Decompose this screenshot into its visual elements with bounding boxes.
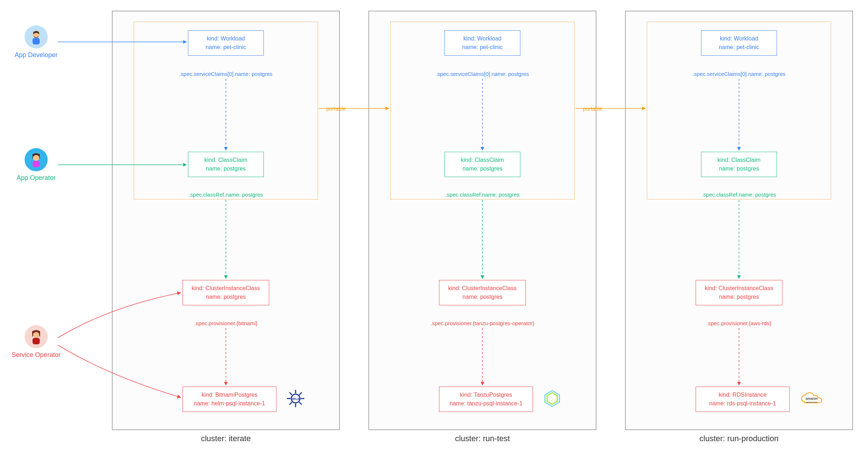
provisioner-run-test: .spec.provisioner.{tanzu-postgres-operat… bbox=[417, 320, 547, 326]
svg-line-11 bbox=[289, 392, 292, 395]
persona-app-operator: App Operator bbox=[11, 148, 61, 182]
workload-node-run-production: kind: Workload name: pet-clinic bbox=[701, 30, 777, 56]
instance-name: name: helm-psql-instance-1 bbox=[187, 399, 272, 408]
instance-node-iterate: kind: BitnamiPostgres name: helm-psql-in… bbox=[182, 387, 276, 412]
class-node-run-test: kind: ClusterInstanceClass name: postgre… bbox=[439, 280, 526, 305]
svg-rect-5 bbox=[33, 338, 40, 344]
provisioner-run-production: .spec.provisioner.{aws-rds} bbox=[674, 320, 804, 326]
class-node-iterate: kind: ClusterInstanceClass name: postgre… bbox=[182, 280, 269, 305]
svg-text:HELM: HELM bbox=[291, 397, 300, 401]
workload-kind: kind: Workload bbox=[706, 34, 772, 43]
workload-spec-run-test: .spec.serviceClaims[0].name: postgres bbox=[417, 71, 547, 77]
person-icon bbox=[27, 28, 45, 46]
svg-line-13 bbox=[299, 392, 302, 395]
class-kind: kind: ClusterInstanceClass bbox=[187, 284, 265, 293]
cluster-run-test-label: cluster: run-test bbox=[369, 434, 596, 443]
cluster-run-production-label: cluster: run-production bbox=[626, 434, 852, 443]
classclaim-name: name: postgres bbox=[706, 164, 772, 173]
instance-name: name: tanzu-psql-instance-1 bbox=[444, 399, 528, 408]
avatar-service-operator bbox=[25, 325, 48, 348]
instance-name: name: rds-psql-instance-1 bbox=[700, 399, 785, 408]
workload-spec-run-production: .spec.serviceClaims[0].name: postgres bbox=[674, 71, 804, 77]
cluster-iterate-label: cluster: iterate bbox=[112, 434, 339, 443]
classclaim-node-iterate: kind: ClassClaim name: postgres bbox=[188, 152, 264, 177]
class-node-run-production: kind: ClusterInstanceClass name: postgre… bbox=[696, 280, 782, 305]
svg-text:amazon: amazon bbox=[805, 397, 818, 400]
avatar-app-developer bbox=[25, 25, 48, 48]
classclaim-spec-run-test: .spec.classRef.name: postgres bbox=[417, 191, 547, 198]
class-name: name: postgres bbox=[187, 293, 265, 301]
workload-name: name: pet-clinic bbox=[193, 43, 259, 52]
workload-spec-iterate: .spec.serviceClaims[0].name: postgres bbox=[161, 71, 291, 77]
classclaim-kind: kind: ClassClaim bbox=[193, 156, 259, 164]
persona-app-developer: App Developer bbox=[11, 25, 61, 59]
svg-line-14 bbox=[289, 402, 292, 405]
workload-node-run-test: kind: Workload name: pet-clinic bbox=[444, 30, 520, 56]
workload-name: name: pet-clinic bbox=[706, 43, 772, 52]
instance-kind: kind: RDSInstance bbox=[700, 391, 785, 399]
workload-name: name: pet-clinic bbox=[449, 43, 516, 52]
persona-app-operator-label: App Operator bbox=[11, 174, 61, 182]
classclaim-name: name: postgres bbox=[449, 164, 516, 173]
person-icon bbox=[27, 328, 45, 346]
instance-kind: kind: BitnamiPostgres bbox=[187, 391, 272, 399]
classclaim-kind: kind: ClassClaim bbox=[449, 156, 516, 164]
svg-line-12 bbox=[299, 402, 302, 405]
instance-kind: kind: TanzuPostgres bbox=[444, 391, 528, 399]
class-kind: kind: ClusterInstanceClass bbox=[444, 284, 521, 293]
workload-kind: kind: Workload bbox=[193, 34, 259, 43]
portable-label-1: portable bbox=[289, 106, 383, 112]
aws-icon: amazon webservices bbox=[798, 388, 825, 409]
avatar-app-operator bbox=[25, 148, 48, 171]
persona-app-developer-label: App Developer bbox=[11, 51, 61, 59]
class-name: name: postgres bbox=[700, 293, 778, 301]
persona-service-operator-label: Service Operator bbox=[11, 351, 61, 359]
class-name: name: postgres bbox=[444, 293, 521, 301]
workload-node-iterate: kind: Workload name: pet-clinic bbox=[188, 30, 264, 56]
persona-service-operator: Service Operator bbox=[11, 325, 61, 359]
class-kind: kind: ClusterInstanceClass bbox=[700, 284, 778, 293]
workload-kind: kind: Workload bbox=[449, 34, 516, 43]
classclaim-spec-iterate: .spec.classRef.name: postgres bbox=[161, 191, 291, 198]
classclaim-kind: kind: ClassClaim bbox=[706, 156, 772, 164]
classclaim-name: name: postgres bbox=[193, 164, 259, 173]
svg-rect-3 bbox=[33, 161, 40, 167]
person-icon bbox=[27, 151, 45, 169]
svg-marker-17 bbox=[547, 393, 557, 404]
classclaim-node-run-production: kind: ClassClaim name: postgres bbox=[701, 152, 777, 177]
helm-icon: HELM bbox=[285, 388, 306, 409]
portable-label-2: portable bbox=[546, 106, 640, 112]
instance-node-run-production: kind: RDSInstance name: rds-psql-instanc… bbox=[696, 387, 790, 412]
classclaim-spec-run-production: .spec.classRef.name: postgres bbox=[674, 191, 804, 198]
svg-text:webservices: webservices bbox=[805, 401, 817, 403]
tanzu-icon bbox=[542, 388, 562, 409]
classclaim-node-run-test: kind: ClassClaim name: postgres bbox=[444, 152, 520, 177]
svg-rect-1 bbox=[33, 38, 40, 44]
instance-node-run-test: kind: TanzuPostgres name: tanzu-psql-ins… bbox=[439, 387, 533, 412]
provisioner-iterate: .spec.provisioner.{bitnami} bbox=[161, 320, 291, 326]
